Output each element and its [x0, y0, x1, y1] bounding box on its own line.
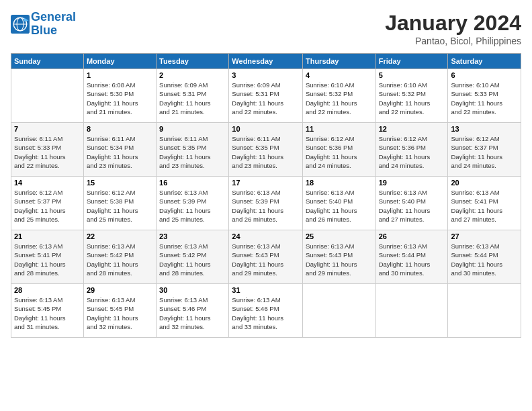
day-number: 24: [232, 232, 300, 240]
calendar-day-4: 4Sunrise: 6:10 AMSunset: 5:32 PMDaylight…: [302, 69, 375, 123]
day-info: Sunrise: 6:09 AMSunset: 5:31 PMDaylight:…: [232, 81, 300, 116]
calendar-day-7: 7Sunrise: 6:11 AMSunset: 5:33 PMDaylight…: [11, 123, 84, 177]
day-number: 17: [232, 179, 300, 187]
day-info: Sunrise: 6:11 AMSunset: 5:35 PMDaylight:…: [159, 134, 226, 170]
day-header-friday: Friday: [375, 54, 448, 69]
day-info: Sunrise: 6:13 AMSunset: 5:42 PMDaylight:…: [87, 242, 153, 277]
day-info: Sunrise: 6:13 AMSunset: 5:46 PMDaylight:…: [159, 295, 226, 331]
day-number: 18: [306, 179, 373, 187]
logo-line1: General: [31, 10, 76, 24]
day-info: Sunrise: 6:12 AMSunset: 5:37 PMDaylight:…: [451, 134, 518, 170]
day-info: Sunrise: 6:13 AMSunset: 5:42 PMDaylight:…: [159, 242, 226, 277]
calendar-day-15: 15Sunrise: 6:12 AMSunset: 5:38 PMDayligh…: [83, 177, 156, 230]
calendar-day-22: 22Sunrise: 6:13 AMSunset: 5:42 PMDayligh…: [83, 230, 156, 284]
day-number: 11: [306, 125, 373, 133]
header: General Blue January 2024 Pantao, Bicol,…: [11, 11, 521, 46]
calendar-week-row: 7Sunrise: 6:11 AMSunset: 5:33 PMDaylight…: [11, 123, 521, 177]
day-number: 12: [379, 125, 445, 133]
calendar-day-27: 27Sunrise: 6:13 AMSunset: 5:44 PMDayligh…: [448, 230, 521, 284]
day-info: Sunrise: 6:13 AMSunset: 5:43 PMDaylight:…: [306, 242, 373, 277]
calendar-header-row: SundayMondayTuesdayWednesdayThursdayFrid…: [11, 54, 521, 69]
calendar-week-row: 1Sunrise: 6:08 AMSunset: 5:30 PMDaylight…: [11, 69, 521, 123]
calendar-day-8: 8Sunrise: 6:11 AMSunset: 5:34 PMDaylight…: [83, 123, 156, 177]
day-info: Sunrise: 6:08 AMSunset: 5:30 PMDaylight:…: [87, 81, 153, 116]
day-info: Sunrise: 6:12 AMSunset: 5:36 PMDaylight:…: [306, 134, 373, 170]
day-number: 21: [14, 232, 81, 240]
day-info: Sunrise: 6:13 AMSunset: 5:45 PMDaylight:…: [87, 295, 153, 331]
day-number: 26: [379, 232, 445, 240]
day-info: Sunrise: 6:12 AMSunset: 5:37 PMDaylight:…: [14, 188, 81, 224]
day-info: Sunrise: 6:13 AMSunset: 5:45 PMDaylight:…: [14, 295, 81, 331]
day-number: 4: [306, 71, 373, 79]
page-container: General Blue January 2024 Pantao, Bicol,…: [0, 0, 532, 343]
calendar-day-6: 6Sunrise: 6:10 AMSunset: 5:33 PMDaylight…: [448, 69, 521, 123]
day-info: Sunrise: 6:12 AMSunset: 5:38 PMDaylight:…: [87, 188, 153, 224]
calendar-week-row: 21Sunrise: 6:13 AMSunset: 5:41 PMDayligh…: [11, 230, 521, 284]
day-number: 16: [159, 179, 226, 187]
day-header-wednesday: Wednesday: [229, 54, 303, 69]
logo-text: General Blue: [31, 11, 76, 38]
day-header-saturday: Saturday: [448, 54, 521, 69]
calendar-day-empty: [375, 284, 448, 338]
logo: General Blue: [11, 11, 76, 38]
logo-icon: [11, 15, 30, 34]
day-number: 29: [87, 286, 153, 294]
day-info: Sunrise: 6:10 AMSunset: 5:32 PMDaylight:…: [306, 81, 373, 116]
day-info: Sunrise: 6:13 AMSunset: 5:39 PMDaylight:…: [232, 188, 300, 224]
day-info: Sunrise: 6:13 AMSunset: 5:46 PMDaylight:…: [232, 295, 300, 331]
day-info: Sunrise: 6:11 AMSunset: 5:33 PMDaylight:…: [14, 134, 81, 170]
day-number: 22: [87, 232, 153, 240]
calendar-day-25: 25Sunrise: 6:13 AMSunset: 5:43 PMDayligh…: [302, 230, 375, 284]
calendar-day-empty: [448, 284, 521, 338]
day-number: 19: [379, 179, 445, 187]
day-info: Sunrise: 6:13 AMSunset: 5:41 PMDaylight:…: [14, 242, 81, 277]
calendar-day-23: 23Sunrise: 6:13 AMSunset: 5:42 PMDayligh…: [157, 230, 229, 284]
calendar-day-10: 10Sunrise: 6:11 AMSunset: 5:35 PMDayligh…: [229, 123, 303, 177]
day-number: 2: [159, 71, 226, 79]
day-number: 23: [159, 232, 226, 240]
calendar-day-3: 3Sunrise: 6:09 AMSunset: 5:31 PMDaylight…: [229, 69, 303, 123]
subtitle: Pantao, Bicol, Philippines: [385, 36, 521, 46]
calendar-day-21: 21Sunrise: 6:13 AMSunset: 5:41 PMDayligh…: [11, 230, 84, 284]
day-number: 9: [159, 125, 226, 133]
calendar-day-31: 31Sunrise: 6:13 AMSunset: 5:46 PMDayligh…: [229, 284, 303, 338]
day-number: 27: [451, 232, 518, 240]
day-number: 5: [379, 71, 445, 79]
day-info: Sunrise: 6:10 AMSunset: 5:33 PMDaylight:…: [451, 81, 518, 116]
day-header-monday: Monday: [83, 54, 156, 69]
calendar-day-20: 20Sunrise: 6:13 AMSunset: 5:41 PMDayligh…: [448, 177, 521, 230]
calendar-day-16: 16Sunrise: 6:13 AMSunset: 5:39 PMDayligh…: [157, 177, 229, 230]
day-header-sunday: Sunday: [11, 54, 84, 69]
day-header-tuesday: Tuesday: [157, 54, 229, 69]
day-info: Sunrise: 6:09 AMSunset: 5:31 PMDaylight:…: [159, 81, 226, 116]
day-number: 13: [451, 125, 518, 133]
calendar-day-12: 12Sunrise: 6:12 AMSunset: 5:36 PMDayligh…: [375, 123, 448, 177]
day-info: Sunrise: 6:10 AMSunset: 5:32 PMDaylight:…: [379, 81, 445, 116]
day-number: 30: [159, 286, 226, 294]
calendar-day-13: 13Sunrise: 6:12 AMSunset: 5:37 PMDayligh…: [448, 123, 521, 177]
calendar-day-empty: [11, 69, 84, 123]
day-info: Sunrise: 6:13 AMSunset: 5:41 PMDaylight:…: [451, 188, 518, 224]
month-title: January 2024: [385, 11, 521, 36]
day-number: 7: [14, 125, 81, 133]
calendar-day-17: 17Sunrise: 6:13 AMSunset: 5:39 PMDayligh…: [229, 177, 303, 230]
title-section: January 2024 Pantao, Bicol, Philippines: [385, 11, 521, 46]
day-number: 15: [87, 179, 153, 187]
calendar-week-row: 28Sunrise: 6:13 AMSunset: 5:45 PMDayligh…: [11, 284, 521, 338]
day-number: 1: [87, 71, 153, 79]
calendar-day-14: 14Sunrise: 6:12 AMSunset: 5:37 PMDayligh…: [11, 177, 84, 230]
calendar-day-26: 26Sunrise: 6:13 AMSunset: 5:44 PMDayligh…: [375, 230, 448, 284]
day-info: Sunrise: 6:13 AMSunset: 5:40 PMDaylight:…: [306, 188, 373, 224]
day-info: Sunrise: 6:13 AMSunset: 5:44 PMDaylight:…: [451, 242, 518, 277]
calendar-table: SundayMondayTuesdayWednesdayThursdayFrid…: [11, 53, 521, 338]
day-info: Sunrise: 6:13 AMSunset: 5:43 PMDaylight:…: [232, 242, 300, 277]
day-header-thursday: Thursday: [302, 54, 375, 69]
day-number: 3: [232, 71, 300, 79]
calendar-day-9: 9Sunrise: 6:11 AMSunset: 5:35 PMDaylight…: [157, 123, 229, 177]
logo-line2: Blue: [31, 24, 76, 38]
day-number: 6: [451, 71, 518, 79]
day-number: 14: [14, 179, 81, 187]
day-number: 25: [306, 232, 373, 240]
calendar-day-28: 28Sunrise: 6:13 AMSunset: 5:45 PMDayligh…: [11, 284, 84, 338]
calendar-day-5: 5Sunrise: 6:10 AMSunset: 5:32 PMDaylight…: [375, 69, 448, 123]
